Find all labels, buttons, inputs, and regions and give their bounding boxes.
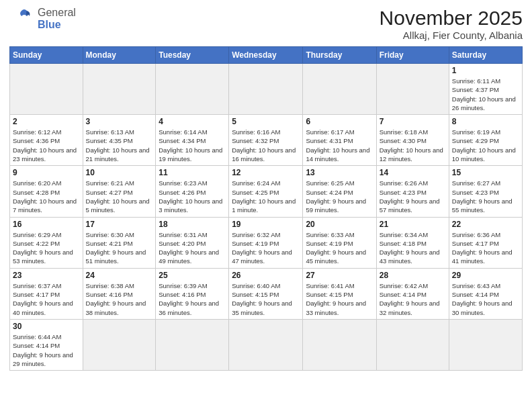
day-info: Sunrise: 6:16 AM Sunset: 4:32 PM Dayligh… <box>232 128 300 163</box>
col-header-tuesday: Tuesday <box>156 47 229 64</box>
calendar-header: SundayMondayTuesdayWednesdayThursdayFrid… <box>10 47 523 64</box>
day-number: 28 <box>380 271 446 280</box>
day-info: Sunrise: 6:20 AM Sunset: 4:28 PM Dayligh… <box>13 179 80 214</box>
day-number: 10 <box>86 168 153 177</box>
day-info: Sunrise: 6:25 AM Sunset: 4:24 PM Dayligh… <box>306 179 373 214</box>
day-info: Sunrise: 6:43 AM Sunset: 4:14 PM Dayligh… <box>452 281 519 317</box>
calendar-cell: 29Sunrise: 6:43 AM Sunset: 4:14 PM Dayli… <box>449 268 522 319</box>
title-block: November 2025 Allkaj, Fier County, Alban… <box>380 7 523 41</box>
day-number: 5 <box>232 117 300 126</box>
day-info: Sunrise: 6:14 AM Sunset: 4:34 PM Dayligh… <box>159 128 226 163</box>
calendar-cell: 11Sunrise: 6:23 AM Sunset: 4:26 PM Dayli… <box>156 166 229 217</box>
col-header-friday: Friday <box>376 47 449 64</box>
day-info: Sunrise: 6:41 AM Sunset: 4:15 PM Dayligh… <box>306 281 373 317</box>
day-info: Sunrise: 6:18 AM Sunset: 4:30 PM Dayligh… <box>380 128 446 163</box>
day-number: 7 <box>380 117 446 126</box>
col-header-monday: Monday <box>83 47 156 64</box>
day-info: Sunrise: 6:30 AM Sunset: 4:21 PM Dayligh… <box>86 230 153 266</box>
calendar-cell: 18Sunrise: 6:31 AM Sunset: 4:20 PM Dayli… <box>156 217 229 268</box>
calendar-cell: 9Sunrise: 6:20 AM Sunset: 4:28 PM Daylig… <box>10 166 83 217</box>
day-info: Sunrise: 6:44 AM Sunset: 4:14 PM Dayligh… <box>13 332 80 368</box>
day-info: Sunrise: 6:38 AM Sunset: 4:16 PM Dayligh… <box>86 281 153 317</box>
page: General Blue November 2025 Allkaj, Fier … <box>0 0 532 411</box>
calendar-cell <box>83 64 156 115</box>
header: General Blue November 2025 Allkaj, Fier … <box>9 7 523 41</box>
logo-blue-text: Blue <box>38 19 76 31</box>
calendar-subtitle: Allkaj, Fier County, Albania <box>380 30 523 41</box>
calendar-cell <box>303 319 376 370</box>
calendar-cell <box>83 319 156 370</box>
day-number: 17 <box>86 220 153 229</box>
calendar-cell: 17Sunrise: 6:30 AM Sunset: 4:21 PM Dayli… <box>83 217 156 268</box>
day-info: Sunrise: 6:23 AM Sunset: 4:26 PM Dayligh… <box>159 179 226 214</box>
day-info: Sunrise: 6:33 AM Sunset: 4:19 PM Dayligh… <box>306 230 373 266</box>
day-number: 26 <box>232 271 300 280</box>
day-number: 20 <box>306 220 373 229</box>
day-info: Sunrise: 6:26 AM Sunset: 4:23 PM Dayligh… <box>380 179 446 214</box>
calendar-table: SundayMondayTuesdayWednesdayThursdayFrid… <box>9 46 523 371</box>
day-info: Sunrise: 6:37 AM Sunset: 4:17 PM Dayligh… <box>13 281 80 317</box>
col-header-sunday: Sunday <box>10 47 83 64</box>
day-number: 3 <box>86 117 153 126</box>
day-info: Sunrise: 6:36 AM Sunset: 4:17 PM Dayligh… <box>452 230 519 266</box>
day-number: 19 <box>232 220 300 229</box>
calendar-cell: 7Sunrise: 6:18 AM Sunset: 4:30 PM Daylig… <box>376 115 449 166</box>
day-info: Sunrise: 6:31 AM Sunset: 4:20 PM Dayligh… <box>159 230 226 266</box>
day-number: 4 <box>159 117 226 126</box>
calendar-cell: 22Sunrise: 6:36 AM Sunset: 4:17 PM Dayli… <box>449 217 522 268</box>
calendar-cell: 26Sunrise: 6:40 AM Sunset: 4:15 PM Dayli… <box>229 268 303 319</box>
calendar-week-row: 2Sunrise: 6:12 AM Sunset: 4:36 PM Daylig… <box>10 115 523 166</box>
day-info: Sunrise: 6:39 AM Sunset: 4:16 PM Dayligh… <box>159 281 226 317</box>
calendar-week-row: 23Sunrise: 6:37 AM Sunset: 4:17 PM Dayli… <box>10 268 523 319</box>
calendar-cell: 21Sunrise: 6:34 AM Sunset: 4:18 PM Dayli… <box>376 217 449 268</box>
day-number: 1 <box>452 66 519 75</box>
calendar-cell: 8Sunrise: 6:19 AM Sunset: 4:29 PM Daylig… <box>449 115 522 166</box>
calendar-cell <box>376 319 449 370</box>
day-number: 25 <box>159 271 226 280</box>
logo: General Blue <box>9 7 76 31</box>
day-number: 6 <box>306 117 373 126</box>
calendar-cell <box>449 319 522 370</box>
day-info: Sunrise: 6:12 AM Sunset: 4:36 PM Dayligh… <box>13 128 80 163</box>
day-info: Sunrise: 6:21 AM Sunset: 4:27 PM Dayligh… <box>86 179 153 214</box>
day-info: Sunrise: 6:17 AM Sunset: 4:31 PM Dayligh… <box>306 128 373 163</box>
calendar-body: 1Sunrise: 6:11 AM Sunset: 4:37 PM Daylig… <box>10 64 523 371</box>
calendar-cell: 14Sunrise: 6:26 AM Sunset: 4:23 PM Dayli… <box>376 166 449 217</box>
calendar-cell <box>156 64 229 115</box>
day-number: 14 <box>380 168 446 177</box>
calendar-cell <box>303 64 376 115</box>
day-info: Sunrise: 6:27 AM Sunset: 4:23 PM Dayligh… <box>452 179 519 214</box>
day-number: 15 <box>452 168 519 177</box>
day-number: 8 <box>452 117 519 126</box>
calendar-week-row: 16Sunrise: 6:29 AM Sunset: 4:22 PM Dayli… <box>10 217 523 268</box>
day-number: 29 <box>452 271 519 280</box>
day-number: 21 <box>380 220 446 229</box>
day-info: Sunrise: 6:40 AM Sunset: 4:15 PM Dayligh… <box>232 281 300 317</box>
day-number: 22 <box>452 220 519 229</box>
calendar-cell: 23Sunrise: 6:37 AM Sunset: 4:17 PM Dayli… <box>10 268 83 319</box>
col-header-wednesday: Wednesday <box>229 47 303 64</box>
day-number: 12 <box>232 168 300 177</box>
day-number: 9 <box>13 168 80 177</box>
calendar-cell: 6Sunrise: 6:17 AM Sunset: 4:31 PM Daylig… <box>303 115 376 166</box>
calendar-cell: 12Sunrise: 6:24 AM Sunset: 4:25 PM Dayli… <box>229 166 303 217</box>
calendar-header-row: SundayMondayTuesdayWednesdayThursdayFrid… <box>10 47 523 64</box>
calendar-cell: 4Sunrise: 6:14 AM Sunset: 4:34 PM Daylig… <box>156 115 229 166</box>
calendar-cell: 2Sunrise: 6:12 AM Sunset: 4:36 PM Daylig… <box>10 115 83 166</box>
calendar-cell: 30Sunrise: 6:44 AM Sunset: 4:14 PM Dayli… <box>10 319 83 370</box>
day-number: 27 <box>306 271 373 280</box>
calendar-cell: 25Sunrise: 6:39 AM Sunset: 4:16 PM Dayli… <box>156 268 229 319</box>
calendar-cell <box>229 64 303 115</box>
logo-general-text: General <box>38 7 76 19</box>
day-info: Sunrise: 6:34 AM Sunset: 4:18 PM Dayligh… <box>380 230 446 266</box>
day-info: Sunrise: 6:29 AM Sunset: 4:22 PM Dayligh… <box>13 230 80 266</box>
day-number: 2 <box>13 117 80 126</box>
calendar-cell: 27Sunrise: 6:41 AM Sunset: 4:15 PM Dayli… <box>303 268 376 319</box>
calendar-cell: 5Sunrise: 6:16 AM Sunset: 4:32 PM Daylig… <box>229 115 303 166</box>
day-info: Sunrise: 6:42 AM Sunset: 4:14 PM Dayligh… <box>380 281 446 317</box>
calendar-cell <box>229 319 303 370</box>
day-number: 24 <box>86 271 153 280</box>
calendar-cell: 10Sunrise: 6:21 AM Sunset: 4:27 PM Dayli… <box>83 166 156 217</box>
calendar-week-row: 30Sunrise: 6:44 AM Sunset: 4:14 PM Dayli… <box>10 319 523 370</box>
col-header-saturday: Saturday <box>449 47 522 64</box>
